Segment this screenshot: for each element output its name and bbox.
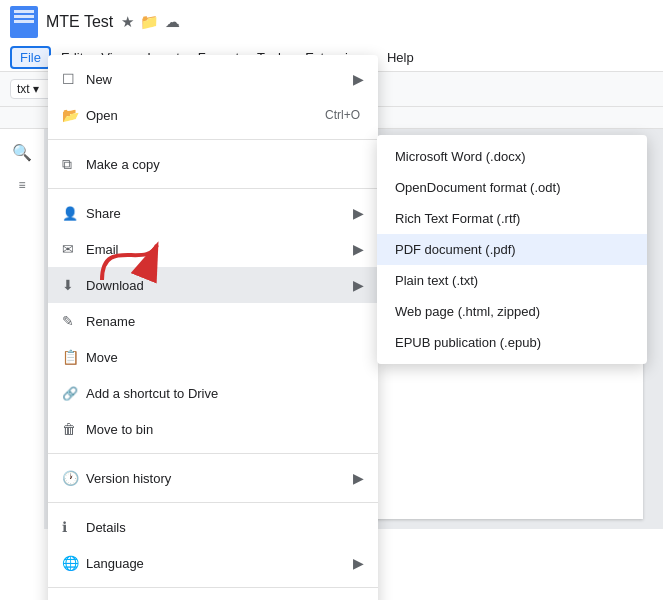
- menu-entry-rename[interactable]: ✎ Rename: [48, 303, 378, 339]
- menu-entry-email[interactable]: ✉ Email ▶: [48, 231, 378, 267]
- open-icon: 📂: [62, 107, 86, 123]
- txt-label: Plain text (.txt): [395, 273, 478, 288]
- details-label: Details: [86, 520, 364, 535]
- divider-1: [48, 139, 378, 140]
- menu-entry-share[interactable]: 👤 Share ▶: [48, 195, 378, 231]
- odt-label: OpenDocument format (.odt): [395, 180, 560, 195]
- open-shortcut: Ctrl+O: [325, 108, 360, 122]
- word-label: Microsoft Word (.docx): [395, 149, 526, 164]
- menu-entry-makecopy[interactable]: ⧉ Make a copy: [48, 146, 378, 182]
- file-menu: ☐ New ▶ 📂 Open Ctrl+O ⧉ Make a copy 👤 Sh…: [48, 55, 378, 600]
- cloud-icon[interactable]: ☁: [165, 13, 180, 31]
- move-icon: 📋: [62, 349, 86, 365]
- menu-entry-new[interactable]: ☐ New ▶: [48, 61, 378, 97]
- addshortcut-icon: 🔗: [62, 386, 86, 401]
- download-submenu: Microsoft Word (.docx) OpenDocument form…: [377, 135, 647, 364]
- email-icon: ✉: [62, 241, 86, 257]
- new-label: New: [86, 72, 353, 87]
- rename-label: Rename: [86, 314, 364, 329]
- email-label: Email: [86, 242, 353, 257]
- doc-title[interactable]: MTE Test: [46, 13, 113, 31]
- makecopy-label: Make a copy: [86, 157, 364, 172]
- download-arrow: ▶: [353, 277, 364, 293]
- menu-entry-movetobin[interactable]: 🗑 Move to bin: [48, 411, 378, 447]
- sub-entry-odt[interactable]: OpenDocument format (.odt): [377, 172, 647, 203]
- menu-entry-move[interactable]: 📋 Move: [48, 339, 378, 375]
- versionhistory-label: Version history: [86, 471, 353, 486]
- menu-entry-language[interactable]: 🌐 Language ▶: [48, 545, 378, 581]
- versionhistory-icon: 🕐: [62, 470, 86, 486]
- email-arrow: ▶: [353, 241, 364, 257]
- divider-2: [48, 188, 378, 189]
- menu-entry-pagesetup[interactable]: 📄 Page setup: [48, 594, 378, 600]
- menu-entry-details[interactable]: ℹ Details: [48, 509, 378, 545]
- epub-label: EPUB publication (.epub): [395, 335, 541, 350]
- doc-icon: [10, 6, 38, 38]
- left-sidebar: 🔍 ≡: [0, 129, 44, 529]
- download-icon: ⬇: [62, 277, 86, 293]
- sub-entry-txt[interactable]: Plain text (.txt): [377, 265, 647, 296]
- html-label: Web page (.html, zipped): [395, 304, 540, 319]
- menu-item-file[interactable]: File: [10, 46, 51, 69]
- menu-entry-addshortcut[interactable]: 🔗 Add a shortcut to Drive: [48, 375, 378, 411]
- open-label: Open: [86, 108, 325, 123]
- share-arrow: ▶: [353, 205, 364, 221]
- addshortcut-label: Add a shortcut to Drive: [86, 386, 364, 401]
- language-label: Language: [86, 556, 353, 571]
- divider-3: [48, 453, 378, 454]
- versionhistory-arrow: ▶: [353, 470, 364, 486]
- download-label: Download: [86, 278, 353, 293]
- sub-entry-pdf[interactable]: PDF document (.pdf): [377, 234, 647, 265]
- folder-icon[interactable]: 📁: [140, 13, 159, 31]
- rename-icon: ✎: [62, 313, 86, 329]
- star-icon[interactable]: ★: [121, 13, 134, 31]
- search-icon[interactable]: 🔍: [8, 139, 36, 166]
- share-icon: 👤: [62, 206, 86, 221]
- share-label: Share: [86, 206, 353, 221]
- makecopy-icon: ⧉: [62, 156, 86, 173]
- movetobin-label: Move to bin: [86, 422, 364, 437]
- language-arrow: ▶: [353, 555, 364, 571]
- menu-item-help[interactable]: Help: [379, 46, 422, 69]
- divider-5: [48, 587, 378, 588]
- menu-entry-download[interactable]: ⬇ Download ▶: [48, 267, 378, 303]
- sub-entry-html[interactable]: Web page (.html, zipped): [377, 296, 647, 327]
- language-icon: 🌐: [62, 555, 86, 571]
- rtf-label: Rich Text Format (.rtf): [395, 211, 520, 226]
- divider-4: [48, 502, 378, 503]
- sub-entry-rtf[interactable]: Rich Text Format (.rtf): [377, 203, 647, 234]
- outline-icon[interactable]: ≡: [14, 174, 29, 196]
- new-icon: ☐: [62, 71, 86, 87]
- sub-entry-epub[interactable]: EPUB publication (.epub): [377, 327, 647, 358]
- pdf-label: PDF document (.pdf): [395, 242, 516, 257]
- details-icon: ℹ: [62, 519, 86, 535]
- title-bar: MTE Test ★ 📁 ☁: [0, 0, 663, 44]
- text-style-label: txt ▾: [17, 82, 39, 96]
- movetobin-icon: 🗑: [62, 421, 86, 437]
- menu-entry-versionhistory[interactable]: 🕐 Version history ▶: [48, 460, 378, 496]
- menu-entry-open[interactable]: 📂 Open Ctrl+O: [48, 97, 378, 133]
- move-label: Move: [86, 350, 364, 365]
- title-icons: ★ 📁 ☁: [121, 13, 180, 31]
- sub-entry-word[interactable]: Microsoft Word (.docx): [377, 141, 647, 172]
- new-arrow: ▶: [353, 71, 364, 87]
